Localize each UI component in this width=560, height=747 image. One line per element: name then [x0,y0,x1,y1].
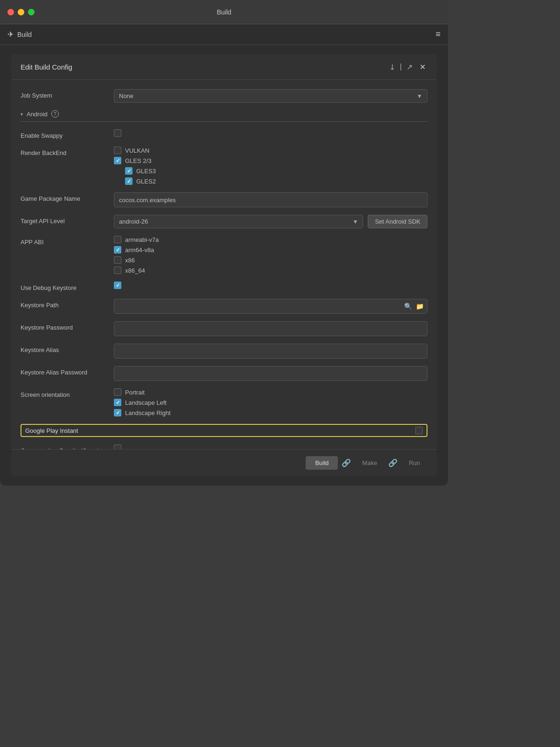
landscape-left-row: Landscape Left [114,399,427,406]
close-button[interactable]: ✕ [417,62,427,72]
enable-swappy-control [114,129,427,137]
dialog-header: Edit Build Config ⤓ | ↗ ✕ [11,54,437,80]
job-system-dropdown[interactable]: None ▼ [114,89,427,103]
keystore-path-input[interactable] [114,299,427,314]
keystore-alias-password-label: Keystore Alias Password [21,366,114,376]
maximize-traffic-light[interactable] [28,9,35,15]
landscape-right-checkbox[interactable] [114,409,121,416]
landscape-right-row: Landscape Right [114,409,427,416]
make-link-icon: 🔗 [388,458,398,467]
close-traffic-light[interactable] [7,9,14,15]
keystore-alias-input[interactable] [114,344,427,359]
dropdown-arrow-icon: ▼ [417,93,422,99]
enable-swappy-label: Enable Swappy [21,129,114,139]
portrait-row: Portrait [114,388,427,396]
generate-app-bundle-row: Generate App Bundle (Googl... [21,441,427,449]
vulkan-checkbox[interactable] [114,147,121,154]
dialog: Edit Build Config ⤓ | ↗ ✕ Job System Non… [11,54,437,476]
build-nav-icon: ✈ [7,30,14,39]
folder-icon[interactable]: 📁 [416,303,424,310]
x86-row: x86 [114,256,427,264]
gles3-checkbox-row: GLES3 [125,167,427,175]
minimize-traffic-light[interactable] [18,9,24,15]
api-row: android-26 ▼ Set Android SDK [114,215,427,228]
target-api-level-dropdown[interactable]: android-26 ▼ [114,215,363,228]
arm64-v8a-row: arm64-v8a [114,246,427,254]
gles3-checkbox[interactable] [125,167,133,175]
game-package-name-row: Game Package Name [21,189,427,211]
x86-checkbox[interactable] [114,256,121,264]
export-icon[interactable]: ⤓ [389,63,395,71]
target-api-level-row: Target API Level android-26 ▼ Set Androi… [21,211,427,232]
keystore-alias-label: Keystore Alias [21,344,114,353]
dialog-title: Edit Build Config [21,63,72,71]
window-title: Build [217,8,231,16]
dropdown-arrow-2-icon: ▼ [353,218,358,225]
job-system-row: Job System None ▼ [21,85,427,106]
google-play-instant-label: Google Play Instant [25,427,119,434]
use-debug-keystore-checkbox[interactable] [114,282,121,289]
gles2-checkbox-row: GLES2 [125,177,427,185]
vulkan-label: VULKAN [125,147,149,154]
form-area[interactable]: Job System None ▼ ▾ Android ? Enable Swa… [11,80,437,449]
gles23-checkbox[interactable] [114,157,121,164]
set-android-sdk-button[interactable]: Set Android SDK [368,215,427,228]
arm64-v8a-label: arm64-v8a [125,247,154,254]
android-section-header: ▾ Android ? [21,106,427,122]
game-package-name-input[interactable] [114,192,427,207]
landscape-right-label: Landscape Right [125,409,171,416]
android-section-label: Android [27,111,48,118]
keystore-alias-password-input[interactable] [114,366,427,381]
enable-swappy-row: Enable Swappy [21,126,427,143]
share-icon[interactable]: ↗ [406,63,413,71]
dialog-footer: Build 🔗 Make 🔗 Run [11,449,437,476]
armeabi-v7a-row: armeabi-v7a [114,236,427,243]
android-help-icon[interactable]: ? [51,110,59,118]
use-debug-keystore-row: Use Debug Keystore [21,278,427,295]
generate-app-bundle-label: Generate App Bundle (Googl... [21,444,114,449]
render-backend-row: Render BackEnd VULKAN GLES 2/3 GLES3 [21,143,427,189]
keystore-alias-row: Keystore Alias [21,340,427,362]
gles23-label: GLES 2/3 [125,157,151,164]
arm64-v8a-checkbox[interactable] [114,246,121,254]
gles2-checkbox[interactable] [125,177,133,185]
nav-menu-icon[interactable]: ≡ [435,29,441,39]
traffic-lights [7,9,35,15]
keystore-path-row: Keystore Path 🔍 📁 [21,295,427,317]
generate-app-bundle-checkbox[interactable] [114,444,121,449]
nav-left: ✈ Build [7,30,32,39]
search-icon[interactable]: 🔍 [404,303,412,310]
gles23-checkbox-row: GLES 2/3 [114,157,427,164]
android-chevron-icon[interactable]: ▾ [21,112,23,117]
x86-64-checkbox[interactable] [114,267,121,274]
portrait-label: Portrait [125,389,145,396]
keystore-path-icons: 🔍 📁 [404,303,424,310]
render-backend-label: Render BackEnd [21,147,114,156]
build-button[interactable]: Build [306,456,338,470]
keystore-path-input-wrapper: 🔍 📁 [114,299,427,314]
x86-64-label: x86_64 [125,267,145,274]
portrait-checkbox[interactable] [114,388,121,396]
keystore-password-input[interactable] [114,321,427,336]
generate-app-bundle-control [114,444,427,449]
job-system-value: None [119,92,133,99]
gles2-label: GLES2 [136,178,156,185]
keystore-path-label: Keystore Path [21,299,114,309]
enable-swappy-checkbox[interactable] [114,129,121,137]
armeabi-v7a-label: armeabi-v7a [125,236,159,243]
landscape-left-checkbox[interactable] [114,399,121,406]
keystore-password-row: Keystore Password [21,317,427,340]
dialog-header-icons: ⤓ | ↗ ✕ [389,62,427,72]
make-button[interactable]: Make [355,456,385,470]
nav-build-label: Build [17,31,32,38]
keystore-path-control: 🔍 📁 [114,299,427,314]
landscape-left-label: Landscape Left [125,399,167,406]
run-button[interactable]: Run [401,456,427,470]
google-play-instant-checkbox[interactable] [415,427,423,434]
google-play-instant-highlighted: Google Play Instant [21,424,427,437]
app-abi-label: APP ABI [21,236,114,246]
job-system-label: Job System [21,89,114,99]
armeabi-v7a-checkbox[interactable] [114,236,121,243]
game-package-name-control [114,192,427,207]
google-play-instant-row: Google Play Instant [21,420,427,441]
